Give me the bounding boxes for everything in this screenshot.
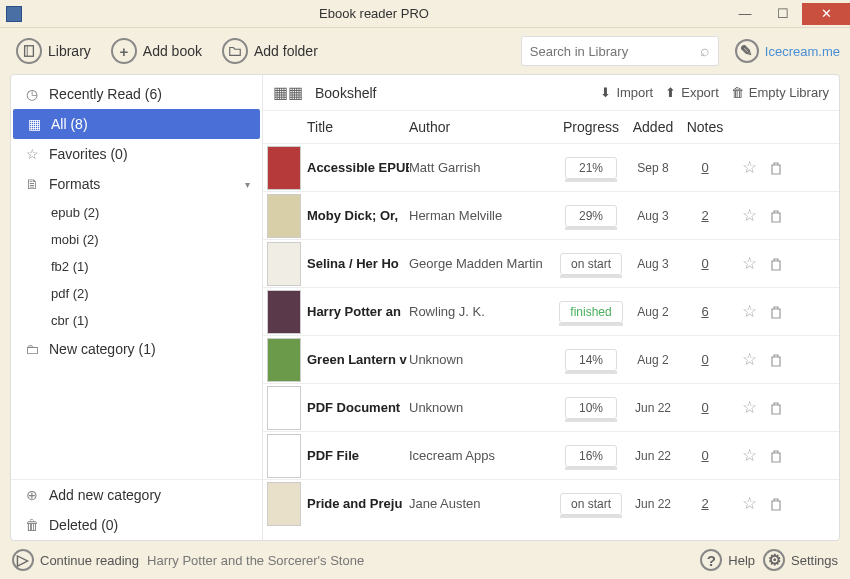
book-notes[interactable]: 6: [681, 304, 729, 319]
book-title: Selina / Her Ho: [307, 256, 409, 271]
help-button[interactable]: ? Help: [700, 549, 755, 571]
book-author: Rowling J. K.: [409, 304, 557, 319]
book-added: Jun 22: [625, 401, 681, 415]
table-row[interactable]: Accessible EPUBMatt Garrish21%Sep 80☆: [263, 143, 839, 191]
book-title: Green Lantern v: [307, 352, 409, 367]
table-row[interactable]: PDF FileIcecream Apps16%Jun 220☆: [263, 431, 839, 479]
svg-rect-0: [25, 46, 34, 57]
delete-button[interactable]: [769, 353, 805, 367]
favorite-button[interactable]: ☆: [729, 397, 769, 418]
table-row[interactable]: Pride and PrejuJane Austenon startJun 22…: [263, 479, 839, 527]
sidebar-recently-read[interactable]: ◷ Recently Read (6): [11, 79, 262, 109]
sidebar-format-pdf[interactable]: pdf (2): [11, 280, 262, 307]
continue-reading-button[interactable]: ▷ Continue reading: [12, 549, 139, 571]
sidebar-format-mobi[interactable]: mobi (2): [11, 226, 262, 253]
sidebar-new-category[interactable]: 🗀 New category (1): [11, 334, 262, 364]
book-progress: 16%: [557, 445, 625, 467]
favorite-button[interactable]: ☆: [729, 493, 769, 514]
col-title[interactable]: Title: [307, 119, 409, 135]
delete-button[interactable]: [769, 497, 805, 511]
sidebar-formats[interactable]: 🗎 Formats ▾: [11, 169, 262, 199]
book-notes[interactable]: 2: [681, 208, 729, 223]
delete-button[interactable]: [769, 209, 805, 223]
delete-button[interactable]: [769, 305, 805, 319]
add-book-button[interactable]: + Add book: [105, 34, 208, 68]
maximize-button[interactable]: ☐: [764, 3, 802, 25]
sidebar-format-cbr[interactable]: cbr (1): [11, 307, 262, 334]
sidebar-format-epub[interactable]: epub (2): [11, 199, 262, 226]
book-progress: finished: [557, 301, 625, 323]
sidebar-add-category[interactable]: ⊕ Add new category: [11, 480, 262, 510]
delete-button[interactable]: [769, 449, 805, 463]
book-cover: [267, 338, 301, 382]
book-notes[interactable]: 0: [681, 256, 729, 271]
minimize-button[interactable]: —: [726, 3, 764, 25]
table-row[interactable]: Green Lantern vUnknown14%Aug 20☆: [263, 335, 839, 383]
col-added[interactable]: Added: [625, 119, 681, 135]
book-added: Jun 22: [625, 449, 681, 463]
book-author: Matt Garrish: [409, 160, 557, 175]
settings-button[interactable]: ⚙ Settings: [763, 549, 838, 571]
delete-button[interactable]: [769, 161, 805, 175]
favorite-button[interactable]: ☆: [729, 349, 769, 370]
sidebar: ◷ Recently Read (6) ▦ All (8) ☆ Favorite…: [11, 75, 263, 540]
export-button[interactable]: ⬆ Export: [665, 85, 719, 100]
rocket-icon: ✎: [735, 39, 759, 63]
site-link[interactable]: ✎ Icecream.me: [735, 39, 840, 63]
gear-icon: ⚙: [763, 549, 785, 571]
book-added: Aug 3: [625, 257, 681, 271]
star-icon: ☆: [23, 145, 41, 163]
sidebar-format-fb2[interactable]: fb2 (1): [11, 253, 262, 280]
sidebar-item-label: Formats: [49, 176, 100, 192]
table-row[interactable]: PDF DocumentUnknown10%Jun 220☆: [263, 383, 839, 431]
status-bar: ▷ Continue reading Harry Potter and the …: [0, 541, 850, 579]
empty-library-button[interactable]: 🗑 Empty Library: [731, 85, 829, 100]
book-cover: [267, 194, 301, 238]
book-notes[interactable]: 0: [681, 448, 729, 463]
favorite-button[interactable]: ☆: [729, 157, 769, 178]
table-row[interactable]: Selina / Her HoGeorge Madden Martinon st…: [263, 239, 839, 287]
sidebar-item-label: Recently Read (6): [49, 86, 162, 102]
delete-button[interactable]: [769, 401, 805, 415]
search-input[interactable]: [530, 44, 700, 59]
add-folder-button[interactable]: Add folder: [216, 34, 324, 68]
grid-view-icon[interactable]: ▦▦: [273, 83, 303, 102]
table-row[interactable]: Harry Potter anRowling J. K.finishedAug …: [263, 287, 839, 335]
search-box[interactable]: ⌕: [521, 36, 719, 66]
library-button[interactable]: Library: [10, 34, 97, 68]
library-label: Library: [48, 43, 91, 59]
folder-icon: 🗀: [23, 340, 41, 358]
trash-icon: 🗑: [23, 516, 41, 534]
current-book: Harry Potter and the Sorcerer's Stone: [147, 553, 364, 568]
col-progress[interactable]: Progress: [557, 119, 625, 135]
sidebar-all[interactable]: ▦ All (8): [13, 109, 260, 139]
add-folder-label: Add folder: [254, 43, 318, 59]
download-icon: ⬇: [600, 85, 611, 100]
favorite-button[interactable]: ☆: [729, 445, 769, 466]
book-progress: 29%: [557, 205, 625, 227]
book-cover: [267, 434, 301, 478]
import-button[interactable]: ⬇ Import: [600, 85, 653, 100]
table-row[interactable]: Moby Dick; Or,Herman Melville29%Aug 32☆: [263, 191, 839, 239]
favorite-button[interactable]: ☆: [729, 205, 769, 226]
search-icon[interactable]: ⌕: [700, 42, 710, 60]
sidebar-favorites[interactable]: ☆ Favorites (0): [11, 139, 262, 169]
book-notes[interactable]: 0: [681, 400, 729, 415]
sidebar-item-label: Add new category: [49, 487, 161, 503]
book-notes[interactable]: 0: [681, 352, 729, 367]
favorite-button[interactable]: ☆: [729, 301, 769, 322]
col-author[interactable]: Author: [409, 119, 557, 135]
book-added: Aug 2: [625, 305, 681, 319]
favorite-button[interactable]: ☆: [729, 253, 769, 274]
main-header: ▦▦ Bookshelf ⬇ Import ⬆ Export 🗑 Empty L…: [263, 75, 839, 111]
col-notes[interactable]: Notes: [681, 119, 729, 135]
sidebar-item-label: New category (1): [49, 341, 156, 357]
book-notes[interactable]: 2: [681, 496, 729, 511]
book-author: Jane Austen: [409, 496, 557, 511]
sidebar-deleted[interactable]: 🗑 Deleted (0): [11, 510, 262, 540]
close-button[interactable]: ✕: [802, 3, 850, 25]
delete-button[interactable]: [769, 257, 805, 271]
book-cover: [267, 290, 301, 334]
book-added: Sep 8: [625, 161, 681, 175]
book-notes[interactable]: 0: [681, 160, 729, 175]
